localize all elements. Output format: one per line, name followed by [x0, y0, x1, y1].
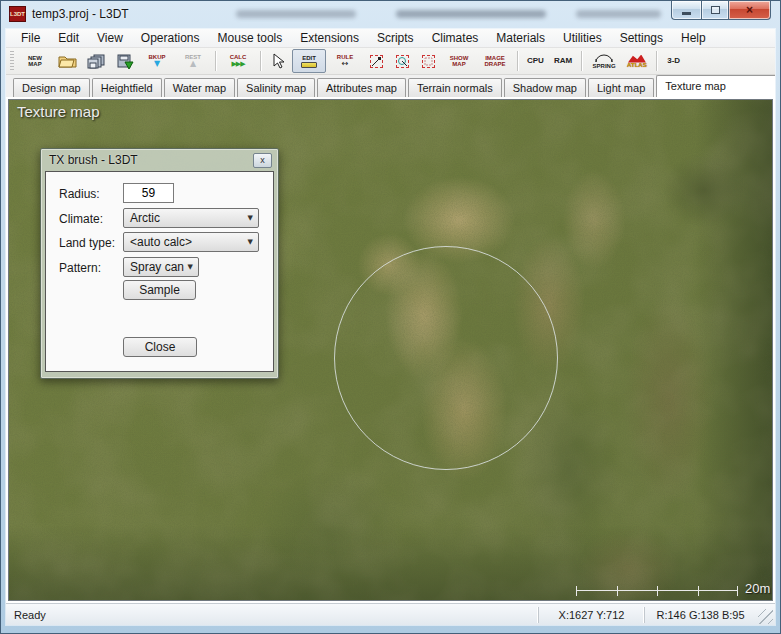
- minimize-icon: [682, 12, 691, 15]
- tab-shadow-map[interactable]: Shadow map: [504, 78, 586, 97]
- toolbar: NEW MAP BKUP: [6, 48, 775, 75]
- brush-cursor-circle: [334, 246, 558, 470]
- tx-brush-dialog: TX brush - L3DT x Radius: Climate: Arcti…: [40, 148, 279, 379]
- tab-attributes-map[interactable]: Attributes map: [317, 78, 406, 97]
- climate-dropdown[interactable]: Arctic ▼: [123, 208, 259, 228]
- scale-bar-label: 20m: [745, 581, 770, 596]
- menu-climates[interactable]: Climates: [423, 29, 488, 47]
- menu-view[interactable]: View: [88, 29, 132, 47]
- radius-input[interactable]: [123, 183, 174, 203]
- dialog-title: TX brush - L3DT: [45, 153, 138, 167]
- show-map-button[interactable]: SHOW MAP: [442, 49, 476, 73]
- tab-salinity-map[interactable]: Salinity map: [237, 78, 315, 97]
- menu-file[interactable]: File: [12, 29, 49, 47]
- close-icon: ×: [746, 3, 753, 17]
- scale-bar-tick: [657, 586, 658, 596]
- pattern-value: Spray can: [130, 260, 184, 274]
- chevron-down-icon: ▼: [248, 214, 253, 222]
- cursor-arrow-icon: [272, 53, 285, 69]
- menu-utilities[interactable]: Utilities: [554, 29, 611, 47]
- scale-bar-tick: [698, 586, 699, 596]
- tab-water-map[interactable]: Water map: [164, 78, 235, 97]
- scale-bar-tick: [576, 586, 577, 596]
- resize-grip[interactable]: [758, 609, 773, 624]
- menu-mouse-tools[interactable]: Mouse tools: [209, 29, 292, 47]
- select-polygon-icon: [370, 55, 383, 68]
- spring-button[interactable]: SPRING: [587, 49, 621, 73]
- new-map-button[interactable]: NEW MAP: [18, 49, 52, 73]
- menu-scripts[interactable]: Scripts: [368, 29, 423, 47]
- minimize-button[interactable]: [671, 1, 701, 20]
- maximize-button[interactable]: [701, 1, 729, 20]
- cpu-button[interactable]: CPU: [523, 49, 548, 73]
- select-rect-icon: [422, 55, 435, 68]
- image-drape-button[interactable]: IMAGE DRAPE: [478, 49, 512, 73]
- import-map-button[interactable]: [112, 49, 138, 73]
- dialog-close-icon: x: [260, 155, 265, 165]
- pattern-dropdown[interactable]: Spray can ▼: [123, 257, 199, 277]
- calc-button[interactable]: CALC ▶▶▶: [221, 49, 255, 73]
- tab-design-map[interactable]: Design map: [13, 78, 90, 97]
- map-tab-bar: Design map Heightfield Water map Salinit…: [6, 75, 775, 97]
- close-button[interactable]: ×: [729, 1, 771, 20]
- toolbar-grip[interactable]: [10, 51, 14, 71]
- pointer-tool-button[interactable]: [266, 49, 290, 73]
- land-type-label: Land type:: [59, 236, 115, 250]
- dialog-close-button[interactable]: x: [253, 153, 272, 168]
- select-rect-button[interactable]: [416, 49, 440, 73]
- dialog-body: Radius: Climate: Arctic ▼ Land type: <au…: [45, 171, 274, 372]
- status-message: Ready: [6, 609, 538, 621]
- land-type-value: <auto calc>: [130, 235, 192, 249]
- status-bar: Ready X:1627 Y:712 R:146 G:138 B:95: [6, 603, 775, 625]
- edit-icon-label: EDIT: [296, 55, 322, 61]
- backup-button[interactable]: BKUP ▼: [140, 49, 174, 73]
- land-type-dropdown[interactable]: <auto calc> ▼: [123, 232, 259, 252]
- import-floppy-icon: [116, 54, 134, 69]
- menu-materials[interactable]: Materials: [487, 29, 554, 47]
- cpu-icon: CPU: [527, 57, 544, 65]
- titlebar-blur-smudge: [236, 10, 356, 18]
- menu-settings[interactable]: Settings: [611, 29, 672, 47]
- ruler-arrows-icon: ↔: [342, 60, 349, 68]
- restore-button[interactable]: REST ▲: [176, 49, 210, 73]
- tab-terrain-normals[interactable]: Terrain normals: [408, 78, 502, 97]
- app-icon: L3DT: [9, 6, 26, 22]
- ram-icon: RAM: [554, 57, 572, 65]
- chevron-down-icon: ▼: [248, 238, 253, 246]
- climate-label: Climate:: [59, 212, 103, 226]
- toolbar-separator: [517, 51, 518, 71]
- scale-bar: [576, 586, 738, 596]
- maximize-icon: [711, 6, 720, 14]
- 3d-view-button[interactable]: 3-D: [662, 49, 686, 73]
- ram-button[interactable]: RAM: [550, 49, 576, 73]
- tab-texture-map[interactable]: Texture map: [656, 75, 775, 97]
- ruler-tool-button[interactable]: RULE ↔: [328, 49, 362, 73]
- menu-help[interactable]: Help: [672, 29, 715, 47]
- select-polygon-button[interactable]: [364, 49, 388, 73]
- menu-edit[interactable]: Edit: [49, 29, 88, 47]
- status-pixel-rgb: R:146 G:138 B:95: [644, 607, 756, 623]
- title-bar[interactable]: L3DT temp3.proj - L3DT ×: [1, 1, 780, 28]
- climate-value: Arctic: [130, 211, 160, 225]
- save-all-button[interactable]: [83, 49, 110, 73]
- select-ellipse-icon: [396, 55, 409, 68]
- dialog-title-bar[interactable]: TX brush - L3DT x: [45, 149, 274, 171]
- menu-operations[interactable]: Operations: [132, 29, 209, 47]
- toolbar-separator: [260, 51, 261, 71]
- scale-bar-tick: [617, 586, 618, 596]
- atlas-button[interactable]: ATLAS: [623, 49, 651, 73]
- select-ellipse-button[interactable]: [390, 49, 414, 73]
- show-map-icon: SHOW MAP: [446, 55, 472, 67]
- tab-heightfield[interactable]: Heightfield: [92, 78, 162, 97]
- menu-extensions[interactable]: Extensions: [291, 29, 368, 47]
- edit-tool-button[interactable]: EDIT: [292, 49, 326, 73]
- sample-button[interactable]: Sample: [123, 280, 196, 300]
- titlebar-blur-smudge: [396, 10, 546, 18]
- tab-light-map[interactable]: Light map: [588, 78, 654, 97]
- pattern-label: Pattern:: [59, 261, 101, 275]
- menu-bar: File Edit View Operations Mouse tools Ex…: [6, 29, 775, 48]
- toolbar-separator: [215, 51, 216, 71]
- atlas-mountain-icon: [628, 55, 646, 63]
- open-project-button[interactable]: [54, 49, 81, 73]
- dialog-close-action-button[interactable]: Close: [123, 337, 197, 357]
